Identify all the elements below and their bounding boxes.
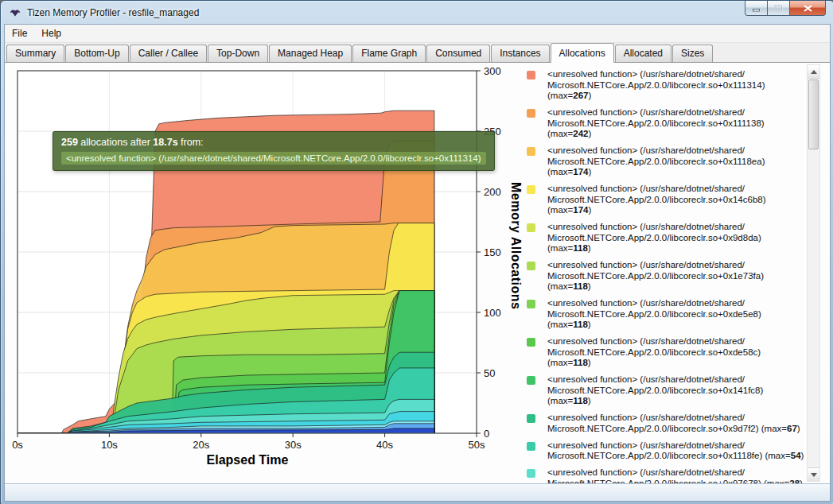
allocations-area-chart[interactable]: 0s10s20s30s40s50s050100150200250300 — [10, 66, 527, 461]
legend-line2: Microsoft.NETCore.App/2.0.0/libcoreclr.s… — [547, 118, 805, 140]
legend-item-text: <unresolved function> (/usr/share/dotnet… — [547, 260, 805, 293]
y-axis-title: Memory Allocations — [508, 182, 523, 309]
legend-color-swatch — [527, 262, 535, 270]
legend-item-text: <unresolved function> (/usr/share/dotnet… — [547, 336, 805, 369]
arrow-down-icon — [811, 473, 817, 477]
y-tick-label: 0 — [484, 428, 489, 440]
x-axis-title: Elapsed Time — [191, 453, 304, 467]
legend-item[interactable]: <unresolved function> (/usr/share/dotnet… — [525, 222, 805, 254]
tooltip-function: <unresolved function> (/usr/share/dotnet… — [61, 152, 486, 165]
chart-tooltip: 259 allocations after 18.7s from: <unres… — [53, 131, 495, 171]
tooltip-text-after: allocations after — [78, 137, 154, 148]
x-tick-label: 0s — [12, 439, 23, 451]
legend-line1: <unresolved function> (/usr/share/dotnet… — [547, 107, 805, 118]
legend-item[interactable]: <unresolved function> (/usr/share/dotnet… — [525, 107, 805, 140]
legend-item[interactable]: <unresolved function> (/usr/share/dotnet… — [525, 260, 805, 293]
legend-item[interactable]: <unresolved function> (/usr/share/dotnet… — [525, 374, 805, 407]
legend-item-text: <unresolved function> (/usr/share/dotnet… — [547, 222, 805, 254]
legend-line2: Microsoft.NETCore.App/2.0.0/libcoreclr.s… — [547, 347, 805, 369]
x-tick-label: 50s — [469, 439, 485, 451]
menu-item-help[interactable]: Help — [34, 25, 68, 41]
x-tick-label: 20s — [193, 439, 209, 451]
tooltip-time: 18.7s — [153, 137, 177, 148]
legend-line2: Microsoft.NETCore.App/2.0.0/libcoreclr.s… — [547, 451, 805, 462]
main-content: 0s10s20s30s40s50s050100150200250300 Elap… — [5, 63, 830, 483]
menu-item-file[interactable]: File — [5, 25, 34, 41]
tab-summary[interactable]: Summary — [6, 45, 64, 62]
y-tick-label: 100 — [484, 307, 501, 319]
legend-line1: <unresolved function> (/usr/share/dotnet… — [547, 184, 805, 195]
minimize-icon — [753, 5, 761, 12]
title-bar[interactable]: Tizen Memory Profiler - resfile_managed — [1, 1, 833, 24]
legend-line2: Microsoft.NETCore.App/2.0.0/libcoreclr.s… — [547, 309, 805, 331]
legend-scrollbar[interactable] — [807, 64, 820, 482]
tab-top-down[interactable]: Top-Down — [208, 45, 268, 62]
legend-line1: <unresolved function> (/usr/share/dotnet… — [547, 374, 805, 386]
window-controls — [745, 1, 826, 16]
tab-consumed[interactable]: Consumed — [426, 45, 490, 62]
tab-allocated[interactable]: Allocated — [615, 45, 671, 62]
legend-line2: Microsoft.NETCore.App/2.0.0/libcoreclr.s… — [547, 157, 805, 178]
legend-item-text: <unresolved function> (/usr/share/dotnet… — [547, 374, 805, 407]
legend-item[interactable]: <unresolved function> (/usr/share/dotnet… — [525, 145, 805, 178]
app-icon — [9, 6, 21, 19]
legend-line1: <unresolved function> (/usr/share/dotnet… — [547, 440, 805, 452]
status-bar — [5, 483, 830, 501]
legend-line2: Microsoft.NETCore.App/2.0.0/libcoreclr.s… — [547, 195, 805, 216]
legend-item-text: <unresolved function> (/usr/share/dotnet… — [547, 145, 805, 178]
legend-color-swatch — [527, 109, 535, 118]
legend-item[interactable]: <unresolved function> (/usr/share/dotnet… — [525, 467, 805, 483]
legend-color-swatch — [527, 414, 535, 423]
legend-line2: Microsoft.NETCore.App/2.0.0/libcoreclr.s… — [547, 233, 805, 254]
tab-instances[interactable]: Instances — [491, 45, 549, 62]
minimize-button[interactable] — [745, 1, 768, 16]
legend-item[interactable]: <unresolved function> (/usr/share/dotnet… — [525, 69, 805, 102]
tab-bottom-up[interactable]: Bottom-Up — [65, 45, 128, 62]
tooltip-count: 259 — [61, 137, 78, 148]
x-tick-label: 10s — [101, 439, 118, 451]
legend-line1: <unresolved function> (/usr/share/dotnet… — [547, 336, 805, 347]
scrollbar-thumb[interactable] — [808, 79, 819, 149]
close-icon — [804, 5, 812, 12]
legend-item-text: <unresolved function> (/usr/share/dotnet… — [547, 298, 805, 331]
y-tick-label: 150 — [484, 246, 501, 258]
scroll-down-button[interactable] — [808, 467, 819, 481]
legend-item-text: <unresolved function> (/usr/share/dotnet… — [547, 467, 805, 483]
tab-flame-graph[interactable]: Flame Graph — [352, 45, 426, 62]
legend-item-text: <unresolved function> (/usr/share/dotnet… — [547, 69, 805, 102]
legend-color-swatch — [527, 338, 535, 347]
legend-line2: Microsoft.NETCore.App/2.0.0/libcoreclr.s… — [547, 479, 805, 484]
legend-color-swatch — [527, 376, 535, 385]
legend-color-swatch — [527, 185, 535, 194]
legend-color-swatch — [527, 300, 535, 308]
legend-item-text: <unresolved function> (/usr/share/dotnet… — [547, 107, 805, 140]
legend-line1: <unresolved function> (/usr/share/dotnet… — [547, 413, 805, 424]
legend: <unresolved function> (/usr/share/dotnet… — [525, 69, 805, 483]
app-body: FileHelp SummaryBottom-UpCaller / Callee… — [4, 24, 831, 502]
legend-item[interactable]: <unresolved function> (/usr/share/dotnet… — [525, 298, 805, 331]
tab-sizes[interactable]: Sizes — [672, 45, 713, 62]
legend-item[interactable]: <unresolved function> (/usr/share/dotnet… — [525, 184, 805, 216]
scroll-up-button[interactable] — [808, 65, 819, 79]
legend-color-swatch — [527, 442, 535, 451]
legend-color-swatch — [527, 469, 535, 478]
tab-caller-callee[interactable]: Caller / Callee — [130, 45, 207, 62]
y-tick-label: 50 — [484, 367, 495, 379]
legend-item[interactable]: <unresolved function> (/usr/share/dotnet… — [525, 440, 805, 462]
legend-item[interactable]: <unresolved function> (/usr/share/dotnet… — [525, 413, 805, 434]
tab-allocations[interactable]: Allocations — [551, 43, 614, 63]
menu-bar: FileHelp — [5, 25, 830, 43]
legend-item[interactable]: <unresolved function> (/usr/share/dotnet… — [525, 336, 805, 369]
legend-line1: <unresolved function> (/usr/share/dotnet… — [547, 467, 805, 479]
tab-bar: SummaryBottom-UpCaller / CalleeTop-DownM… — [5, 43, 830, 63]
close-button[interactable] — [789, 1, 826, 16]
legend-item-text: <unresolved function> (/usr/share/dotnet… — [547, 440, 805, 462]
x-tick-label: 30s — [285, 439, 302, 451]
legend-line2: Microsoft.NETCore.App/2.0.0/libcoreclr.s… — [547, 271, 805, 293]
y-tick-label: 200 — [484, 186, 501, 198]
legend-line2: Microsoft.NETCore.App/2.0.0/libcoreclr.s… — [547, 424, 805, 435]
tab-managed-heap[interactable]: Managed Heap — [269, 45, 352, 62]
maximize-icon — [774, 5, 783, 12]
maximize-button[interactable] — [768, 1, 789, 16]
arrow-up-icon — [811, 70, 817, 74]
